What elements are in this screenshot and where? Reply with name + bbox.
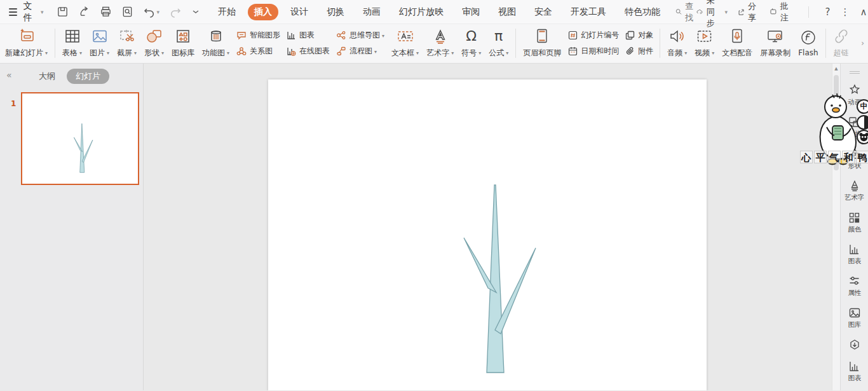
- collapse-panel-icon[interactable]: «: [6, 70, 12, 80]
- save-icon[interactable]: [57, 6, 69, 18]
- sidebar-item-bottom-clipped[interactable]: 图表: [848, 360, 862, 383]
- relation-diagram-button[interactable]: 关系图: [236, 46, 280, 57]
- redo-icon[interactable]: [169, 6, 182, 18]
- tab-devtools[interactable]: 开发工具: [564, 4, 613, 20]
- print-preview-icon[interactable]: [121, 6, 133, 18]
- attachment-icon: [625, 46, 635, 56]
- video-button[interactable]: 视频: [691, 26, 718, 60]
- tree-right-branch-shape[interactable]: [495, 248, 536, 334]
- header-footer-button[interactable]: 页眉和页脚: [519, 26, 565, 60]
- hyperlink-button[interactable]: 超链: [829, 26, 853, 60]
- sync-status[interactable]: 未同步 ▾: [696, 0, 728, 29]
- more-options-icon[interactable]: ⋮: [841, 6, 850, 18]
- customize-toolbar-icon[interactable]: [191, 8, 200, 16]
- sidebar-item-properties[interactable]: 属性: [848, 275, 862, 298]
- slide-thumbnail-number: 1: [11, 99, 16, 108]
- tab-slideshow[interactable]: 幻灯片放映: [393, 4, 450, 20]
- main-menu-icon[interactable]: [9, 8, 17, 16]
- widget-moon-icon[interactable]: [857, 115, 868, 130]
- file-menu[interactable]: 文件: [24, 1, 36, 24]
- slide-thumbnail[interactable]: [21, 92, 139, 185]
- slide-page[interactable]: [268, 79, 707, 390]
- relation-diagram-icon: [236, 46, 247, 56]
- word-art-icon: [432, 28, 449, 45]
- tab-view[interactable]: 视图: [492, 4, 522, 20]
- object-button[interactable]: 对象: [625, 30, 653, 41]
- tab-special-features[interactable]: 特色功能: [618, 4, 667, 20]
- sidebar-item-wordart[interactable]: 艺术字: [844, 180, 865, 202]
- online-chart-icon: [287, 46, 296, 56]
- screen-record-button[interactable]: 屏幕录制: [756, 26, 794, 60]
- new-slide-button[interactable]: 新建幻灯片: [1, 26, 51, 60]
- doc-dubbing-button[interactable]: 文档配音: [718, 26, 756, 60]
- tab-security[interactable]: 安全: [528, 4, 559, 20]
- word-art-button[interactable]: 艺术字: [423, 26, 458, 60]
- thumbnail-tree-shape: [23, 96, 137, 182]
- mind-map-button[interactable]: 思维导图: [336, 30, 384, 41]
- attachment-button[interactable]: 附件: [625, 46, 653, 57]
- divider: [515, 29, 516, 58]
- icon-library-icon: [175, 28, 191, 45]
- help-button[interactable]: ?: [825, 6, 831, 18]
- object-icon: [625, 31, 635, 40]
- table-icon: [64, 28, 81, 45]
- editing-canvas[interactable]: [144, 64, 832, 390]
- undo-icon[interactable]: ▾: [143, 6, 160, 18]
- file-menu-caret-icon[interactable]: ▾: [41, 9, 44, 15]
- screen-record-icon: [766, 28, 784, 45]
- picture-button[interactable]: 图片: [86, 26, 113, 60]
- symbol-icon: Ω: [466, 28, 477, 45]
- sidebar-item-gallery[interactable]: 图库: [848, 307, 862, 329]
- audio-icon: [668, 28, 686, 45]
- gallery-icon: [848, 307, 861, 319]
- chart-clipped-icon: [848, 360, 860, 372]
- online-chart-button[interactable]: 在线图表: [287, 46, 330, 57]
- tab-animation[interactable]: 动画: [356, 4, 387, 20]
- scroll-up-icon[interactable]: ▲: [832, 66, 840, 71]
- chart-button[interactable]: 图表: [287, 30, 330, 41]
- tab-outline[interactable]: 大纲: [34, 69, 60, 84]
- function-diagram-button[interactable]: 功能图: [198, 26, 233, 60]
- flash-button[interactable]: Flash: [794, 27, 822, 59]
- screenshot-button[interactable]: 截屏: [113, 26, 140, 60]
- shapes-button[interactable]: 形状: [140, 26, 168, 60]
- flowchart-button[interactable]: 流程图: [336, 46, 384, 57]
- symbol-button[interactable]: Ω 符号: [458, 26, 485, 60]
- tab-transition[interactable]: 切换: [320, 4, 351, 20]
- sidebar-drag-handle[interactable]: [850, 70, 860, 75]
- collapse-ribbon-icon[interactable]: ∧: [860, 6, 867, 18]
- tab-start[interactable]: 开始: [212, 4, 242, 20]
- tab-slides[interactable]: 幻灯片: [67, 69, 109, 84]
- widget-panda-icon[interactable]: [857, 130, 868, 144]
- share-button[interactable]: 分享: [738, 1, 759, 24]
- tree-trunk-shape[interactable]: [487, 185, 504, 373]
- tab-insert[interactable]: 插入: [248, 4, 278, 20]
- formula-button[interactable]: π 公式: [485, 26, 512, 60]
- sidebar-item-colors[interactable]: 颜色: [848, 212, 862, 234]
- sync-caret-icon: ▾: [724, 9, 728, 15]
- tab-review[interactable]: 审阅: [456, 4, 486, 20]
- tree-shape[interactable]: [268, 79, 707, 390]
- text-box-button[interactable]: 文本框: [388, 26, 423, 60]
- slides-panel: « 大纲 幻灯片 1: [0, 64, 144, 390]
- hyperlink-icon: [833, 28, 850, 45]
- smart-graphics-button[interactable]: 智能图形: [236, 30, 280, 41]
- ribbon-expand-icon[interactable]: ›: [858, 39, 867, 48]
- formula-icon: π: [494, 28, 503, 45]
- export-icon[interactable]: [78, 6, 90, 18]
- ribbon-toolbar: 新建幻灯片 表格 图片 截屏 形状 图标库 功能图: [0, 24, 868, 64]
- sidebar-item-material[interactable]: [848, 339, 861, 351]
- table-button[interactable]: 表格: [58, 26, 86, 60]
- widget-zhong-icon[interactable]: 中: [857, 99, 868, 114]
- print-icon[interactable]: [100, 6, 112, 18]
- slide-number-button[interactable]: 幻灯片编号: [568, 30, 619, 41]
- sidebar-item-chart[interactable]: 图表: [848, 244, 862, 266]
- icon-library-button[interactable]: 图标库: [168, 26, 198, 60]
- slide-number-icon: [568, 31, 578, 40]
- comment-button[interactable]: 批注: [770, 1, 792, 24]
- mind-map-icon: [336, 31, 346, 40]
- audio-button[interactable]: 音频: [663, 26, 691, 60]
- tab-design[interactable]: 设计: [284, 4, 315, 20]
- find-button[interactable]: 查找: [675, 1, 696, 24]
- date-time-button[interactable]: 日期和时间: [568, 46, 619, 57]
